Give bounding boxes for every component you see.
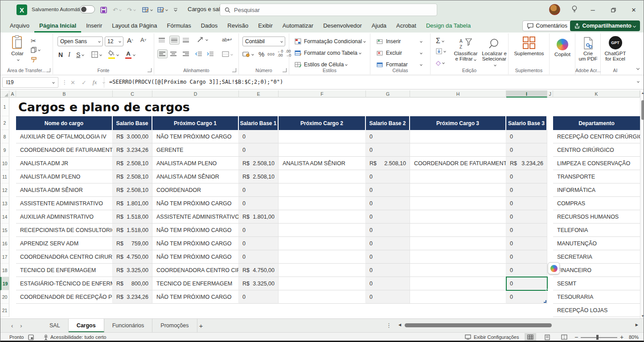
more-commands-icon[interactable]	[173, 5, 178, 15]
ribbon-tab-layout-da-p-gina[interactable]: Layout da Página	[107, 19, 162, 33]
cell-K14[interactable]: RECURSOS HUMANOS	[553, 210, 640, 224]
copilot-button[interactable]: Copilot	[551, 36, 574, 57]
cell-G8[interactable]: 0	[366, 130, 410, 143]
format-as-table-button[interactable]: Formatar como Tabela	[294, 48, 361, 58]
chatgpt-button[interactable]: GPT ChatGPTfor Excel	[603, 35, 627, 61]
cell-B18[interactable]: TECNICO DE ENFERMAGEM	[16, 264, 113, 277]
cell-G10[interactable]: R$2.508,10	[366, 157, 410, 170]
col-header-G[interactable]: G	[366, 90, 410, 98]
undo-button[interactable]: ↶	[113, 5, 121, 15]
cell-F13[interactable]	[279, 197, 366, 210]
row-header-21[interactable]: 21	[0, 304, 9, 317]
cell-H11[interactable]	[410, 170, 506, 183]
grow-font-icon[interactable]: A^	[127, 37, 133, 44]
cell-H19[interactable]	[410, 277, 506, 290]
col-header-I[interactable]: I	[506, 90, 547, 98]
merge-center-icon[interactable]	[222, 51, 233, 57]
worksheet-grid[interactable]: ABCDEFGHIJK 1289101112131415161718192021…	[0, 90, 644, 318]
row-header-18[interactable]: 18	[0, 264, 9, 277]
normal-view-button[interactable]	[525, 333, 536, 341]
cell-G16[interactable]: 0	[366, 237, 410, 250]
cell-E11[interactable]: R$2.508,10	[239, 170, 279, 183]
cell-F16[interactable]	[279, 237, 366, 250]
display-settings-button[interactable]: Exibir Configurações	[465, 333, 519, 342]
table-header-departamento[interactable]: Departamento	[553, 116, 640, 130]
scroll-down-icon[interactable]: ▼	[640, 314, 644, 318]
font-name-select[interactable]: Open Sans	[57, 37, 103, 46]
cell-D9[interactable]: GERENTE	[152, 143, 239, 157]
copilot-floating-button[interactable]	[548, 262, 560, 274]
copy-icon[interactable]	[31, 47, 40, 53]
cell-G11[interactable]: 0	[366, 170, 410, 183]
cell-D15[interactable]: NÃO TEM PRÓXIMO CARGO	[152, 224, 239, 237]
cell-C16[interactable]: R$759,00	[113, 237, 152, 250]
autosum-icon[interactable]: Σ	[436, 37, 444, 45]
row-header-12[interactable]: 12	[0, 183, 9, 197]
cell-H9[interactable]	[410, 143, 506, 157]
cell-E18[interactable]: R$4.750,00	[239, 264, 279, 277]
cell-I20[interactable]: 0	[506, 290, 547, 304]
shrink-font-icon[interactable]: A˅	[140, 37, 146, 43]
comma-style-icon[interactable]: 000	[267, 52, 275, 57]
font-dialog-launcher[interactable]	[148, 68, 152, 72]
lightbulb-icon[interactable]	[571, 5, 578, 15]
cell-F11[interactable]	[279, 170, 366, 183]
sheet-tab-cargos[interactable]: Cargos	[69, 319, 104, 333]
cell-G12[interactable]: 0	[366, 183, 410, 197]
cell-I12[interactable]: 0	[506, 183, 547, 197]
sheet-tab-sal[interactable]: SAL	[41, 319, 69, 333]
addins-button[interactable]: Suplementos	[511, 35, 547, 56]
cell-H18[interactable]	[410, 264, 506, 277]
row-header-14[interactable]: 14	[0, 210, 9, 224]
ribbon-tab-ajuda[interactable]: Ajuda	[367, 19, 391, 33]
cell-K15[interactable]: TELEFONIA	[553, 224, 640, 237]
minimize-button[interactable]: ─	[582, 0, 603, 19]
wrap-text-icon[interactable]: ab↩	[222, 37, 232, 43]
table-header-F[interactable]: Próximo Cargo 2	[279, 116, 366, 130]
cell-H8[interactable]	[410, 130, 506, 143]
col-header-A[interactable]: A	[9, 90, 16, 98]
cell-K11[interactable]: TRANSPORTE	[553, 170, 640, 183]
sheet-tab-funcion-rios[interactable]: Funcionários	[104, 319, 153, 333]
cell-K21[interactable]: RECEPÇÃO LOJAS	[553, 304, 640, 317]
cell-C9[interactable]: R$3.234,26	[113, 143, 152, 157]
macro-record-icon[interactable]	[28, 333, 34, 342]
accounting-format-icon[interactable]	[242, 51, 254, 57]
cell-H10[interactable]: COORDENADOR DE FATURAMENTO	[410, 157, 506, 170]
row-header-15[interactable]: 15	[0, 224, 9, 237]
cancel-entry-icon[interactable]: ✕	[70, 79, 75, 86]
cell-E19[interactable]: R$3.325,00	[239, 277, 279, 290]
cell-F19[interactable]	[279, 277, 366, 290]
cell-G13[interactable]: 0	[366, 197, 410, 210]
cell-C12[interactable]: R$2.508,10	[113, 183, 152, 197]
horizontal-scroll-thumb[interactable]	[405, 323, 552, 327]
cell-I10[interactable]: R$3.234,26	[506, 157, 547, 170]
cell-B19[interactable]: ESTAGIÁRIO-TÉCNICO DE ENFERMAGEM	[16, 277, 113, 290]
row-header-9[interactable]: 9	[0, 143, 9, 157]
search-input[interactable]: Pesquisar	[220, 4, 437, 16]
font-color-button[interactable]: A	[125, 50, 135, 59]
draw-borders-icon[interactable]	[157, 5, 168, 15]
drag-handle-icon[interactable]: ⋮	[62, 79, 67, 86]
row-header-2[interactable]: 2	[0, 116, 9, 130]
cell-D19[interactable]: TECNICO DE ENFERMAGEM	[152, 277, 239, 290]
cell-C19[interactable]: R$800,00	[113, 277, 152, 290]
cell-E20[interactable]: 0	[239, 290, 279, 304]
col-header-F[interactable]: F	[279, 90, 366, 98]
new-sheet-button[interactable]: +	[197, 322, 205, 330]
table-header-I[interactable]: Salario Base 3	[506, 116, 547, 130]
cell-D10[interactable]: ANALISTA ADM PLENO	[152, 157, 239, 170]
cell-H14[interactable]	[410, 210, 506, 224]
cell-D13[interactable]: NÃO TEM PRÓXIMO CARGO	[152, 197, 239, 210]
table-header-C[interactable]: Salario Base	[113, 116, 152, 130]
expand-formula-bar-icon[interactable]	[637, 80, 640, 83]
decrease-indent-icon[interactable]	[195, 51, 202, 57]
selected-cell-outline[interactable]	[506, 277, 548, 291]
sheet-title-cell[interactable]: Cargos e plano de cargos	[18, 100, 190, 114]
cell-I14[interactable]: 0	[506, 210, 547, 224]
row-header-13[interactable]: 13	[0, 197, 9, 210]
clear-icon[interactable]: ◇	[436, 59, 444, 66]
cell-E10[interactable]: R$2.508,10	[239, 157, 279, 170]
table-header-E[interactable]: Salario Base 1	[239, 116, 279, 130]
cell-C20[interactable]: R$3.234,26	[113, 290, 152, 304]
